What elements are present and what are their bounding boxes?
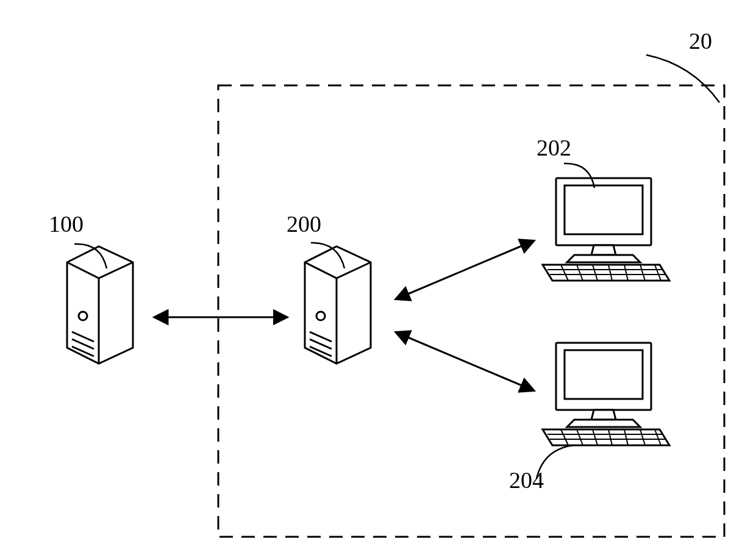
terminal-top-icon: [543, 178, 669, 281]
system-boundary-box: [218, 85, 724, 537]
label-terminal-top: 202: [537, 135, 571, 160]
terminal-bottom-icon: [543, 343, 669, 445]
label-server-external: 100: [49, 211, 84, 237]
label-server-internal: 200: [287, 211, 321, 237]
leader-system: [646, 55, 719, 102]
network-diagram: 20 100 200 202 204: [0, 0, 756, 549]
link-internal-terminal-top: [396, 241, 533, 299]
label-terminal-bottom: 204: [509, 467, 544, 493]
server-external-icon: [67, 246, 133, 364]
label-system-group: 20: [689, 28, 712, 54]
server-internal-icon: [305, 246, 371, 364]
link-internal-terminal-bottom: [396, 332, 533, 390]
